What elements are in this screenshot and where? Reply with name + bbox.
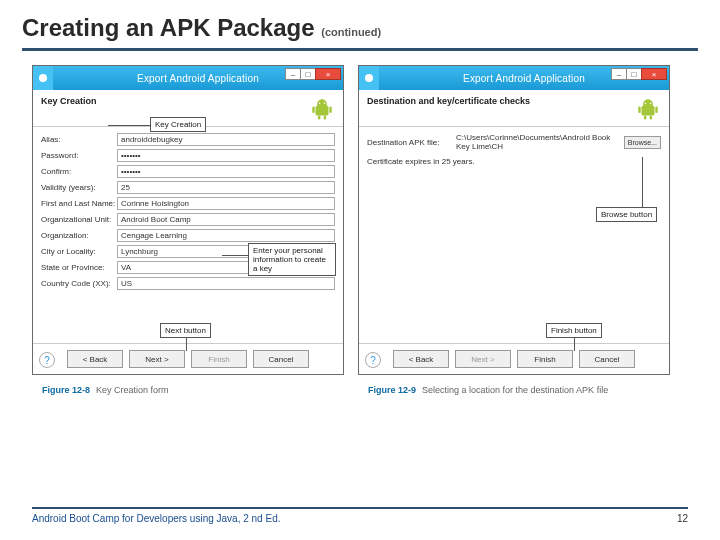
title-rule: [22, 48, 698, 51]
browse-button[interactable]: Browse...: [624, 136, 661, 149]
svg-rect-5: [318, 116, 320, 120]
caption-right: Figure 12-9 Selecting a location for the…: [358, 381, 670, 395]
back-button[interactable]: < Back: [393, 350, 449, 368]
callout-info: Enter your personal information to creat…: [248, 243, 336, 276]
org-label: Organization:: [41, 231, 117, 240]
ou-label: Organizational Unit:: [41, 215, 117, 224]
help-icon[interactable]: ?: [39, 352, 55, 368]
validity-label: Validity (years):: [41, 183, 117, 192]
org-field[interactable]: Cengage Learning: [117, 229, 335, 242]
name-label: First and Last Name:: [41, 199, 117, 208]
header-title: Destination and key/certificate checks: [367, 96, 635, 106]
svg-rect-4: [329, 107, 331, 114]
svg-point-7: [319, 103, 321, 105]
callout-finish: Finish button: [546, 323, 602, 338]
next-button[interactable]: Next >: [455, 350, 511, 368]
svg-rect-6: [324, 116, 326, 120]
footer-text: Android Boot Camp for Developers using J…: [32, 513, 280, 524]
figure-text: Key Creation form: [96, 385, 169, 395]
alias-field[interactable]: androiddebugkey: [117, 133, 335, 146]
finish-button[interactable]: Finish: [517, 350, 573, 368]
figure-number: Figure 12-9: [368, 385, 416, 395]
minimize-button[interactable]: –: [285, 68, 301, 80]
validity-field[interactable]: 25: [117, 181, 335, 194]
password-label: Password:: [41, 151, 117, 160]
confirm-field[interactable]: •••••••: [117, 165, 335, 178]
svg-point-11: [643, 99, 653, 109]
slide-title: Creating an APK Package (continued): [0, 0, 720, 48]
title-continued: (continued): [321, 26, 381, 38]
title-main: Creating an APK Package: [22, 14, 315, 41]
svg-point-2: [317, 99, 327, 109]
name-field[interactable]: Corinne Hoisington: [117, 197, 335, 210]
next-button[interactable]: Next >: [129, 350, 185, 368]
svg-rect-14: [644, 116, 646, 120]
svg-point-17: [650, 103, 652, 105]
close-button[interactable]: ×: [315, 68, 341, 80]
maximize-button[interactable]: □: [300, 68, 316, 80]
svg-rect-13: [655, 107, 657, 114]
minimize-button[interactable]: –: [611, 68, 627, 80]
state-label: State or Province:: [41, 263, 117, 272]
finish-button[interactable]: Finish: [191, 350, 247, 368]
wizard-icon: [359, 66, 379, 90]
callout-browse: Browse button: [596, 207, 657, 222]
page-number: 12: [677, 513, 688, 524]
android-icon: [635, 96, 661, 122]
callout-next: Next button: [160, 323, 211, 338]
help-icon[interactable]: ?: [365, 352, 381, 368]
back-button[interactable]: < Back: [67, 350, 123, 368]
figure-text: Selecting a location for the destination…: [422, 385, 608, 395]
figure-number: Figure 12-8: [42, 385, 90, 395]
callout-key-creation: Key Creation: [150, 117, 206, 132]
cert-text: Certificate expires in 25 years.: [367, 157, 661, 166]
password-field[interactable]: •••••••: [117, 149, 335, 162]
caption-left: Figure 12-8 Key Creation form: [32, 381, 344, 395]
svg-point-16: [645, 103, 647, 105]
wizard-icon: [33, 66, 53, 90]
country-label: Country Code (XX):: [41, 279, 117, 288]
dest-field[interactable]: C:\Users\Corinne\Documents\Android Book …: [456, 133, 621, 151]
svg-rect-12: [638, 107, 640, 114]
header-title: Key Creation: [41, 96, 309, 106]
android-icon: [309, 96, 335, 122]
svg-point-9: [365, 74, 373, 82]
svg-rect-3: [312, 107, 314, 114]
ou-field[interactable]: Android Boot Camp: [117, 213, 335, 226]
svg-point-8: [324, 103, 326, 105]
cancel-button[interactable]: Cancel: [253, 350, 309, 368]
cancel-button[interactable]: Cancel: [579, 350, 635, 368]
confirm-label: Confirm:: [41, 167, 117, 176]
alias-label: Alias:: [41, 135, 117, 144]
close-button[interactable]: ×: [641, 68, 667, 80]
svg-point-0: [39, 74, 47, 82]
maximize-button[interactable]: □: [626, 68, 642, 80]
footer-rule: [32, 507, 688, 509]
city-label: City or Locality:: [41, 247, 117, 256]
country-field[interactable]: US: [117, 277, 335, 290]
svg-rect-15: [650, 116, 652, 120]
dest-label: Destination APK file:: [367, 138, 453, 147]
